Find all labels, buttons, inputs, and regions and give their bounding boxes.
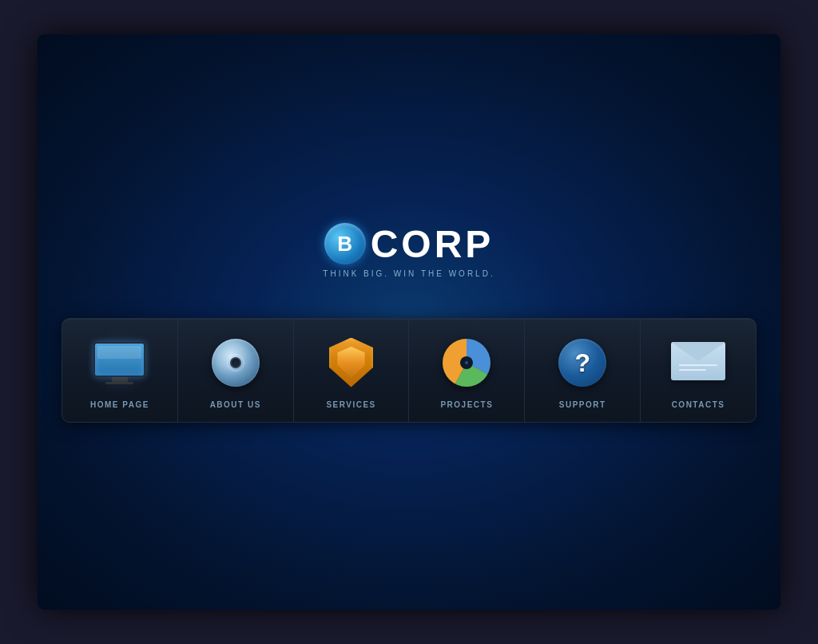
nav-item-projects[interactable]: PROJECTS: [409, 319, 525, 422]
logo-tagline: THINK BIG. WIN THE WORLD.: [323, 269, 494, 278]
logo-letter: B: [337, 232, 352, 256]
question-mark-symbol: ?: [574, 350, 590, 376]
cd-icon: [208, 335, 264, 391]
nav-label-support: SUPPORT: [559, 400, 606, 409]
main-container: B CORP THINK BIG. WIN THE WORLD. HOME PA…: [38, 34, 780, 610]
envelope-icon: [670, 335, 726, 391]
nav-item-services[interactable]: SERVICES: [294, 319, 410, 422]
svg-point-2: [465, 361, 468, 364]
nav-item-support[interactable]: ? SUPPORT: [525, 319, 641, 422]
logo-row: B CORP: [324, 222, 494, 266]
pie-chart-icon: [439, 335, 494, 391]
question-mark-icon: ?: [554, 335, 610, 391]
logo-circle: B: [324, 223, 366, 264]
nav-label-services: SERVICES: [326, 400, 375, 409]
nav-bar: HOME PAGE ABOUT US SERVICES: [62, 318, 756, 423]
nav-item-contacts[interactable]: CONTACTS: [641, 319, 756, 422]
nav-item-about-us[interactable]: ABOUT US: [178, 319, 294, 422]
nav-label-about-us: ABOUT US: [210, 400, 261, 409]
nav-label-contacts: CONTACTS: [672, 400, 725, 409]
nav-label-home-page: HOME PAGE: [90, 400, 149, 409]
logo-name: CORP: [371, 222, 494, 266]
nav-label-projects: PROJECTS: [440, 400, 493, 409]
logo-area: B CORP THINK BIG. WIN THE WORLD.: [323, 222, 494, 278]
monitor-icon: [92, 335, 148, 391]
shield-icon: [324, 335, 379, 391]
nav-item-home-page[interactable]: HOME PAGE: [62, 319, 178, 422]
